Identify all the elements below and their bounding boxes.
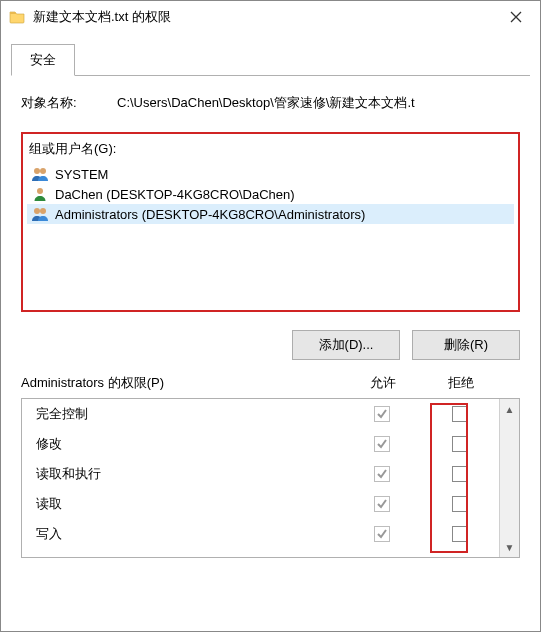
checkbox-checked [374, 406, 390, 422]
folder-icon [9, 9, 25, 25]
principal-item[interactable]: Administrators (DESKTOP-4KG8CRO\Administ… [27, 204, 514, 224]
titlebar: 新建文本文档.txt 的权限 [1, 1, 540, 33]
permission-row: 修改 [22, 429, 499, 459]
group-icon [31, 206, 49, 222]
principals-section: 组或用户名(G): SYSTEMDaChen (DESKTOP-4KG8CRO\… [21, 132, 520, 312]
allow-cell [343, 526, 421, 542]
add-button[interactable]: 添加(D)... [292, 330, 400, 360]
user-icon [31, 186, 49, 202]
deny-header: 拒绝 [422, 374, 500, 392]
deny-cell [421, 436, 499, 452]
deny-cell [421, 466, 499, 482]
principal-buttons: 添加(D)... 删除(R) [21, 330, 520, 360]
remove-button[interactable]: 删除(R) [412, 330, 520, 360]
allow-cell [343, 466, 421, 482]
permissions-header: Administrators 的权限(P) 允许 拒绝 [21, 374, 520, 392]
principals-list[interactable]: SYSTEMDaChen (DESKTOP-4KG8CRO\DaChen)Adm… [27, 164, 514, 302]
allow-cell [343, 436, 421, 452]
checkbox-checked [374, 436, 390, 452]
svg-point-3 [34, 208, 40, 214]
scroll-down-icon[interactable]: ▼ [500, 537, 519, 557]
principal-item[interactable]: SYSTEM [27, 164, 514, 184]
permission-name: 修改 [36, 435, 343, 453]
permissions-table: 完全控制修改读取和执行读取写入 ▲ ▼ [21, 398, 520, 558]
permission-row: 读取 [22, 489, 499, 519]
checkbox-checked [374, 526, 390, 542]
permission-row: 完全控制 [22, 399, 499, 429]
object-row: 对象名称: C:\Users\DaChen\Desktop\管家速修\新建文本文… [21, 94, 520, 112]
principal-name: Administrators (DESKTOP-4KG8CRO\Administ… [55, 207, 365, 222]
svg-point-2 [37, 188, 43, 194]
allow-cell [343, 406, 421, 422]
principal-name: DaChen (DESKTOP-4KG8CRO\DaChen) [55, 187, 295, 202]
svg-point-4 [40, 208, 46, 214]
tab-content: 对象名称: C:\Users\DaChen\Desktop\管家速修\新建文本文… [1, 76, 540, 631]
svg-point-1 [40, 168, 46, 174]
deny-cell [421, 496, 499, 512]
object-path: C:\Users\DaChen\Desktop\管家速修\新建文本文档.t [117, 94, 520, 112]
permission-row: 写入 [22, 519, 499, 549]
checkbox-unchecked[interactable] [452, 496, 468, 512]
permission-name: 完全控制 [36, 405, 343, 423]
tab-security[interactable]: 安全 [11, 44, 75, 76]
permission-name: 读取 [36, 495, 343, 513]
scrollbar[interactable]: ▲ ▼ [499, 399, 519, 557]
window-title: 新建文本文档.txt 的权限 [33, 8, 493, 26]
checkbox-checked [374, 466, 390, 482]
checkbox-unchecked[interactable] [452, 466, 468, 482]
principal-name: SYSTEM [55, 167, 108, 182]
svg-point-0 [34, 168, 40, 174]
checkbox-checked [374, 496, 390, 512]
principal-item[interactable]: DaChen (DESKTOP-4KG8CRO\DaChen) [27, 184, 514, 204]
principals-label: 组或用户名(G): [27, 138, 514, 164]
scroll-up-icon[interactable]: ▲ [500, 399, 519, 419]
checkbox-unchecked[interactable] [452, 526, 468, 542]
allow-header: 允许 [344, 374, 422, 392]
permission-row: 读取和执行 [22, 459, 499, 489]
permission-name: 写入 [36, 525, 343, 543]
tabstrip: 安全 [11, 43, 530, 76]
deny-cell [421, 406, 499, 422]
checkbox-unchecked[interactable] [452, 436, 468, 452]
group-icon [31, 166, 49, 182]
allow-cell [343, 496, 421, 512]
permissions-dialog: 新建文本文档.txt 的权限 安全 对象名称: C:\Users\DaChen\… [0, 0, 541, 632]
checkbox-unchecked[interactable] [452, 406, 468, 422]
permission-name: 读取和执行 [36, 465, 343, 483]
permissions-title: Administrators 的权限(P) [21, 374, 344, 392]
close-button[interactable] [493, 2, 538, 32]
object-label: 对象名称: [21, 94, 117, 112]
deny-cell [421, 526, 499, 542]
